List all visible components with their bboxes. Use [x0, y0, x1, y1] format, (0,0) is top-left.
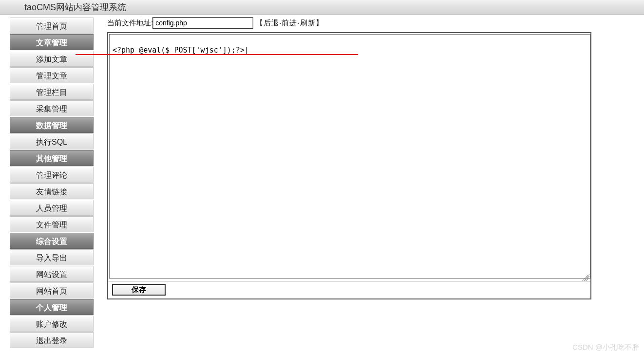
file-editor[interactable] — [109, 34, 590, 279]
sidebar-item-19[interactable]: 退出登录 — [10, 332, 94, 348]
path-row: 当前文件地址: 【后退·前进·刷新】 — [107, 18, 639, 28]
history-nav: 【后退·前进·刷新】 — [256, 19, 323, 28]
save-row: 保存 — [108, 281, 590, 298]
sidebar-header-17[interactable]: 个人管理 — [10, 299, 94, 315]
sidebar-item-11[interactable]: 人员管理 — [10, 200, 94, 216]
sidebar: 管理首页文章管理添加文章管理文章管理栏目采集管理数据管理执行SQL其他管理管理评… — [0, 15, 97, 354]
sidebar-item-18[interactable]: 账户修改 — [10, 316, 94, 332]
save-button[interactable]: 保存 — [112, 284, 166, 296]
sidebar-item-14[interactable]: 导入导出 — [10, 249, 94, 265]
sidebar-item-7[interactable]: 执行SQL — [10, 133, 94, 149]
sidebar-item-15[interactable]: 网站设置 — [10, 266, 94, 282]
sidebar-item-2[interactable]: 添加文章 — [10, 51, 94, 67]
path-label: 当前文件地址: — [107, 19, 153, 28]
app-header: taoCMS网站内容管理系统 — [0, 0, 644, 15]
sidebar-item-12[interactable]: 文件管理 — [10, 216, 94, 232]
sidebar-header-6[interactable]: 数据管理 — [10, 117, 94, 133]
sidebar-item-10[interactable]: 友情链接 — [10, 183, 94, 199]
sidebar-item-16[interactable]: 网站首页 — [10, 282, 94, 298]
sidebar-item-5[interactable]: 采集管理 — [10, 100, 94, 116]
sidebar-item-9[interactable]: 管理评论 — [10, 167, 94, 183]
main-panel: 当前文件地址: 【后退·前进·刷新】 保存 — [97, 15, 644, 354]
sidebar-item-4[interactable]: 管理栏目 — [10, 84, 94, 100]
editor-frame: 保存 — [107, 32, 591, 299]
sidebar-item-3[interactable]: 管理文章 — [10, 67, 94, 83]
nav-refresh[interactable]: 刷新 — [300, 19, 316, 27]
nav-back[interactable]: 后退 — [264, 19, 279, 27]
bracket-close: 】 — [316, 19, 323, 27]
file-path-input[interactable] — [153, 18, 253, 28]
app-title: taoCMS网站内容管理系统 — [24, 1, 126, 13]
bracket-open: 【 — [256, 19, 264, 27]
sidebar-item-0[interactable]: 管理首页 — [10, 18, 94, 34]
sidebar-header-1[interactable]: 文章管理 — [10, 34, 94, 50]
sidebar-header-8[interactable]: 其他管理 — [10, 150, 94, 166]
sidebar-header-13[interactable]: 综合设置 — [10, 233, 94, 249]
nav-forward[interactable]: 前进 — [282, 19, 297, 27]
